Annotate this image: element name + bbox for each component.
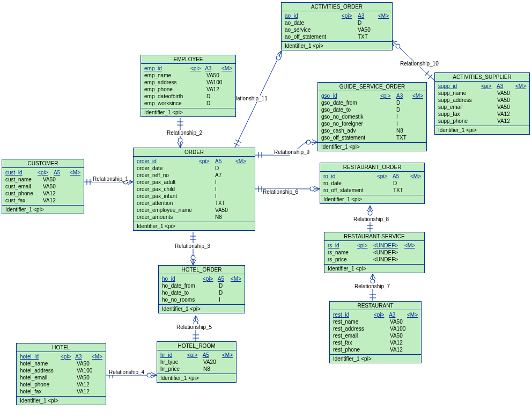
entity-title: GUIDE_SERVICE_ORDER: [318, 83, 426, 91]
rel-label-5: Relationship_5: [176, 324, 212, 330]
entity-title: RESTAURANT_ORDER: [320, 163, 424, 172]
identifier: Identifier_1 <pi>: [2, 206, 84, 214]
entity-guide-service-order: GUIDE_SERVICE_ORDER gso_id<pi>A3<M> gso_…: [317, 82, 427, 151]
entity-title: EMPLOYEE: [141, 55, 235, 64]
rel-label-1: Relationship_1: [92, 176, 129, 182]
entity-employee: EMPLOYEE emp_id<pi>A3<M> emp_nameVA50 em…: [141, 55, 236, 117]
rel-label-10: Relationship_10: [400, 61, 439, 67]
entity-hotel-order: HOTEL_ORDER ho_id<pi>A5<M> ho_date_fromD…: [158, 265, 245, 313]
entity-title: CUSTOMER: [2, 159, 84, 168]
entity-title: HOTEL: [17, 343, 106, 352]
rel-label-8: Relationship_8: [353, 216, 389, 222]
entity-restaurant-order: RESTAURANT_ORDER ro_id<pi>A5<M> ro_dateD…: [320, 163, 425, 204]
entity-restaurant: RESTAURANT rest_id<pi>A3<M> rest_nameVA5…: [329, 301, 422, 363]
entity-title: ACTIVITIES_SUPPLIER: [435, 73, 529, 82]
rel-label-6: Relationship_6: [262, 189, 299, 195]
rel-label-9: Relationship_9: [274, 149, 310, 155]
rel-label-4: Relationship_4: [108, 369, 145, 375]
entity-hotel-room: HOTEL_ROOM hr_id<pi>A5<M> hr_typeVA20 hr…: [157, 341, 237, 383]
entity-activities-order: ACTIVITIES_ORDER ao_id<pi>A3<M> ao_dateD…: [281, 2, 393, 50]
entity-title: HOTEL_ORDER: [159, 266, 245, 274]
entity-title: RESTAURANT-SERVICE: [324, 232, 424, 241]
entity-title: HOTEL_ROOM: [157, 342, 236, 350]
rel-label-3: Relationship_3: [174, 243, 211, 249]
entity-title: RESTAURANT: [330, 302, 421, 310]
entity-hotel: HOTEL hotel_id<pi>A3<M> hotel_nameVA50 h…: [16, 343, 106, 405]
rel-label-2: Relationship_2: [166, 130, 203, 136]
entity-title: ORDER: [134, 148, 255, 157]
entity-restaurant-service: RESTAURANT-SERVICE rs_id<pi><UNDEF><M> r…: [324, 232, 425, 273]
entity-title: ACTIVITIES_ORDER: [282, 3, 392, 11]
entity-order: ORDER order_id<pi>A5<M> order_dateD orde…: [133, 148, 255, 231]
diagram-canvas: Relationship_1 Relationship_2 Relationsh…: [0, 0, 532, 417]
rel-label-7: Relationship_7: [354, 283, 390, 289]
entity-customer: CUSTOMER cust_id<pi>A5<M> cust_nameVA50 …: [2, 159, 84, 214]
entity-activities-supplier: ACTIVITIES_SUPPLIER supp_id<pi>A3<M> sup…: [434, 72, 530, 135]
